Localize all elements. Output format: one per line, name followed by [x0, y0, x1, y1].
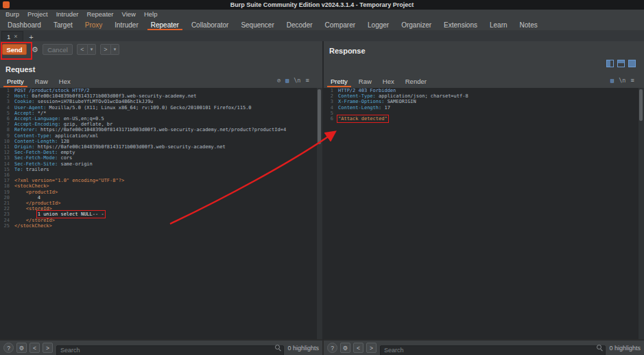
tab-raw[interactable]: Raw [29, 76, 53, 87]
tab-collaborator[interactable]: Collaborator [185, 19, 235, 30]
response-search-field [380, 343, 606, 353]
menu-project[interactable]: Project [23, 10, 52, 18]
code-text: 1 union select NULL-- - [12, 211, 317, 217]
newline-toggle-icon[interactable]: \n [294, 77, 300, 84]
search-icon [275, 345, 280, 350]
editor-menu-icon[interactable]: ≡ [630, 77, 634, 84]
code-segment: <?xml version="1.0" encoding="UTF-8"?> [14, 178, 124, 183]
line-number: 10 [0, 139, 12, 144]
response-panel-title: Response [329, 47, 366, 55]
code-line: 6"Attack detected" [324, 116, 639, 122]
code-text: <productId> [12, 190, 317, 195]
forward-dropdown-icon[interactable]: ▾ [111, 44, 119, 55]
tab-sequencer[interactable]: Sequencer [235, 19, 280, 30]
code-segment: POST /product/stock HTTP/2 [14, 88, 90, 93]
code-text: Sec-Fetch-Dest: empty [12, 150, 317, 155]
code-text: "Attack detected" [335, 116, 639, 122]
code-line: 1HTTP/2 403 Forbidden [324, 88, 639, 93]
pretty-format-icon[interactable]: ▤ [285, 77, 289, 84]
tab-hex[interactable]: Hex [53, 76, 76, 87]
tab-comparer[interactable]: Comparer [319, 19, 361, 30]
code-segment: Content-Length: [14, 139, 58, 144]
menu-burp[interactable]: Burp [1, 10, 23, 18]
request-scrollbar-thumb[interactable] [318, 89, 321, 144]
code-segment: */* [35, 111, 47, 116]
tab-learn[interactable]: Learn [484, 19, 514, 30]
response-search-icons: ?⚙<> [327, 343, 377, 353]
tab-repeater[interactable]: Repeater [145, 19, 185, 30]
layout-combined-icon[interactable] [628, 60, 636, 67]
help-icon[interactable]: ? [3, 343, 14, 353]
request-scrollbar-track [317, 88, 322, 339]
tab-render[interactable]: Render [400, 76, 432, 87]
next-match-icon[interactable]: > [43, 343, 53, 353]
window-title: Burp Suite Community Edition v2024.3.1.4… [0, 1, 644, 8]
tab-logger[interactable]: Logger [361, 19, 395, 30]
back-dropdown-icon[interactable]: ▾ [88, 44, 96, 55]
prev-match-icon[interactable]: < [29, 343, 40, 353]
menu-view[interactable]: View [118, 10, 140, 18]
line-number: 19 [0, 190, 12, 195]
tab-raw[interactable]: Raw [353, 76, 377, 87]
line-number: 17 [0, 178, 12, 183]
code-text: Cookie: session=iH7BiubeYfLMTOvO1wcDa4B6… [12, 99, 317, 104]
help-icon[interactable]: ? [327, 343, 337, 353]
line-number: 2 [324, 93, 335, 99]
code-line: 18<stockCheck> [0, 183, 317, 189]
code-line: 21 </productId> [0, 201, 317, 206]
send-button[interactable]: Send [2, 44, 27, 55]
code-segment [14, 190, 26, 195]
code-segment: gzip, deflate, br [60, 122, 112, 127]
add-tab-button[interactable]: + [27, 32, 36, 41]
cancel-button[interactable]: Cancel [43, 44, 73, 55]
code-text: HTTP/2 403 Forbidden [335, 88, 639, 93]
code-text: <stockCheck> [12, 183, 317, 189]
prev-match-icon[interactable]: < [353, 343, 363, 353]
response-editor[interactable]: 1HTTP/2 403 Forbidden2Content-Type: appl… [324, 88, 639, 339]
back-button[interactable]: < [77, 44, 88, 55]
layout-side-by-side-icon[interactable] [606, 60, 614, 67]
line-number: 3 [324, 99, 335, 104]
repeater-tab-1[interactable]: 1 × [1, 31, 23, 41]
hide-nonprintable-icon[interactable]: ⊘ [277, 77, 281, 84]
tab-notes[interactable]: Notes [514, 19, 544, 30]
response-scrollbar-thumb[interactable] [639, 89, 643, 121]
code-segment: 0afe00c104839b0f8143171b003d00f3.web-sec… [29, 93, 196, 99]
close-tab-icon[interactable]: × [14, 33, 17, 40]
tab-decoder[interactable]: Decoder [281, 19, 319, 30]
code-text [335, 111, 639, 116]
tab-pretty[interactable]: Pretty [325, 76, 353, 87]
line-number: 18 [0, 183, 12, 189]
menu-repeater[interactable]: Repeater [82, 10, 117, 18]
settings-icon[interactable]: ⚙ [16, 343, 27, 353]
line-number: 13 [0, 155, 12, 161]
code-segment: Host: [14, 93, 29, 99]
send-settings-gear-icon[interactable]: ⚙ [32, 45, 38, 54]
search-input[interactable] [380, 345, 606, 355]
menu-help[interactable]: Help [140, 10, 162, 18]
editor-menu-icon[interactable]: ≡ [306, 77, 309, 84]
tab-organizer[interactable]: Organizer [395, 19, 438, 30]
layout-top-bottom-icon[interactable] [617, 60, 625, 67]
request-editor[interactable]: 1POST /product/stock HTTP/22Host: 0afe00… [0, 88, 317, 339]
history-forward-group: > ▾ [100, 44, 119, 55]
line-number: 16 [0, 172, 12, 178]
tab-intruder[interactable]: Intruder [108, 19, 144, 30]
tab-proxy[interactable]: Proxy [79, 19, 109, 30]
search-input[interactable] [56, 345, 284, 355]
next-match-icon[interactable]: > [366, 343, 377, 353]
code-segment: Content-Length: [338, 105, 381, 111]
pretty-format-icon[interactable]: ▤ [610, 77, 614, 84]
newline-toggle-icon[interactable]: \n [619, 77, 625, 84]
tab-pretty[interactable]: Pretty [1, 76, 29, 87]
settings-icon[interactable]: ⚙ [340, 343, 350, 353]
code-text: Te: trailers [12, 167, 317, 172]
tab-dashboard[interactable]: Dashboard [1, 19, 47, 30]
code-text: Content-Length: 128 [12, 139, 317, 144]
tab-target[interactable]: Target [47, 19, 79, 30]
tab-hex[interactable]: Hex [377, 76, 400, 87]
tab-extensions[interactable]: Extensions [438, 19, 484, 30]
line-number: 12 [0, 150, 12, 155]
menu-intruder[interactable]: Intruder [52, 10, 83, 18]
forward-button[interactable]: > [100, 44, 111, 55]
